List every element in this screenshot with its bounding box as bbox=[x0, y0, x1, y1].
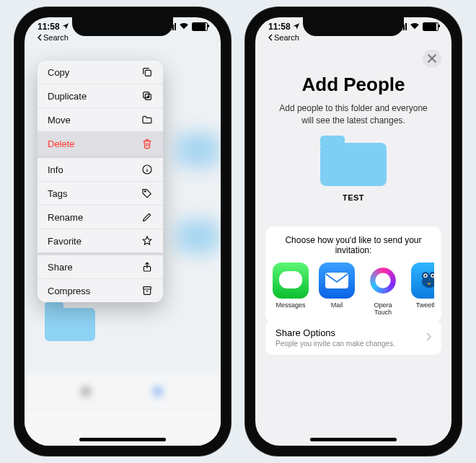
battery-icon bbox=[423, 22, 438, 31]
back-label: Search bbox=[43, 33, 69, 42]
share-options-title: Share Options bbox=[276, 327, 395, 338]
folder-preview-icon bbox=[320, 136, 387, 186]
opera-app-icon bbox=[365, 263, 401, 299]
share-app-messages[interactable]: Messages bbox=[273, 263, 309, 316]
selected-folder-icon[interactable] bbox=[45, 302, 95, 341]
svg-point-14 bbox=[432, 275, 433, 276]
svg-rect-7 bbox=[325, 273, 348, 288]
menu-item-tags[interactable]: Tags bbox=[38, 181, 163, 205]
share-options-row[interactable]: Share Options People you invite can make… bbox=[265, 320, 441, 355]
menu-item-label: Duplicate bbox=[48, 91, 87, 102]
status-time: 11:58 bbox=[268, 22, 291, 32]
chevron-right-icon bbox=[426, 331, 431, 344]
menu-item-label: Tags bbox=[48, 188, 67, 199]
menu-item-label: Info bbox=[48, 164, 63, 175]
svg-point-4 bbox=[145, 191, 146, 193]
share-app-label: Tweetbot bbox=[411, 301, 434, 309]
messages-app-icon bbox=[273, 263, 309, 299]
share-options-subtitle: People you invite can make changes. bbox=[276, 340, 395, 348]
folder-name: TEST bbox=[255, 193, 451, 202]
mail-app-icon bbox=[319, 263, 355, 299]
share-app-tweetbot[interactable]: Tweetbot bbox=[411, 263, 434, 316]
back-button[interactable]: Search bbox=[38, 33, 69, 42]
svg-rect-0 bbox=[145, 70, 151, 76]
menu-item-label: Favorite bbox=[48, 236, 81, 247]
tag-icon bbox=[141, 188, 153, 199]
tweetbot-app-icon bbox=[411, 263, 434, 299]
folder-icon bbox=[141, 114, 153, 125]
share-apps-card: Choose how you'd like to send your invit… bbox=[265, 226, 441, 323]
archive-icon bbox=[141, 285, 153, 296]
home-indicator[interactable] bbox=[310, 438, 397, 441]
info-icon bbox=[141, 164, 153, 175]
menu-item-copy[interactable]: Copy bbox=[38, 61, 163, 84]
menu-item-label: Delete bbox=[48, 138, 75, 149]
menu-item-delete[interactable]: Delete bbox=[38, 131, 163, 155]
location-icon bbox=[293, 22, 300, 32]
menu-item-label: Share bbox=[48, 262, 73, 273]
home-indicator[interactable] bbox=[79, 438, 166, 441]
share-app-label: Mail bbox=[319, 301, 355, 309]
svg-rect-6 bbox=[144, 287, 151, 289]
blurred-folder-icon bbox=[176, 219, 219, 254]
menu-item-info[interactable]: Info bbox=[38, 155, 163, 181]
menu-item-label: Compress bbox=[48, 286, 90, 296]
sheet-title: Add People bbox=[255, 74, 451, 96]
trash-icon bbox=[141, 138, 153, 149]
battery-icon bbox=[192, 22, 208, 31]
context-menu: CopyDuplicateMoveDeleteInfoTagsRenameFav… bbox=[38, 61, 163, 302]
back-label: Search bbox=[274, 33, 299, 42]
share-app-opera[interactable]: Opera Touch bbox=[365, 263, 401, 316]
screen-right: 11:58 Search bbox=[255, 17, 451, 446]
svg-point-13 bbox=[425, 275, 426, 276]
wifi-icon bbox=[179, 22, 189, 32]
share-app-label: Opera Touch bbox=[365, 301, 401, 316]
status-time: 11:58 bbox=[38, 22, 60, 32]
chooser-title: Choose how you'd like to send your invit… bbox=[273, 235, 434, 255]
menu-item-duplicate[interactable]: Duplicate bbox=[38, 84, 163, 107]
share-icon bbox=[141, 261, 153, 273]
screen-left: 11:58 Search bbox=[25, 17, 221, 446]
blurred-folder-icon bbox=[176, 133, 219, 167]
copy-icon bbox=[141, 66, 153, 78]
menu-item-move[interactable]: Move bbox=[38, 107, 163, 131]
wifi-icon bbox=[410, 22, 420, 32]
share-app-mail[interactable]: Mail bbox=[319, 263, 355, 316]
sheet-subtitle: Add people to this folder and everyone w… bbox=[273, 102, 434, 127]
phone-left: 11:58 Search bbox=[14, 7, 231, 456]
close-button[interactable] bbox=[423, 49, 441, 68]
menu-item-share[interactable]: Share bbox=[38, 252, 163, 278]
menu-item-compress[interactable]: Compress bbox=[38, 278, 163, 302]
phone-right: 11:58 Search bbox=[245, 7, 462, 456]
menu-item-rename[interactable]: Rename bbox=[38, 205, 163, 229]
pencil-icon bbox=[141, 211, 153, 223]
blurred-tabbar bbox=[25, 374, 221, 410]
star-icon bbox=[141, 235, 153, 247]
menu-item-label: Move bbox=[48, 115, 71, 125]
duplicate-icon bbox=[141, 90, 153, 102]
menu-item-label: Copy bbox=[48, 67, 69, 78]
menu-item-label: Rename bbox=[48, 212, 83, 223]
location-icon bbox=[62, 22, 69, 32]
menu-item-favorite[interactable]: Favorite bbox=[38, 229, 163, 252]
share-app-label: Messages bbox=[273, 301, 309, 309]
back-button[interactable]: Search bbox=[268, 33, 300, 42]
